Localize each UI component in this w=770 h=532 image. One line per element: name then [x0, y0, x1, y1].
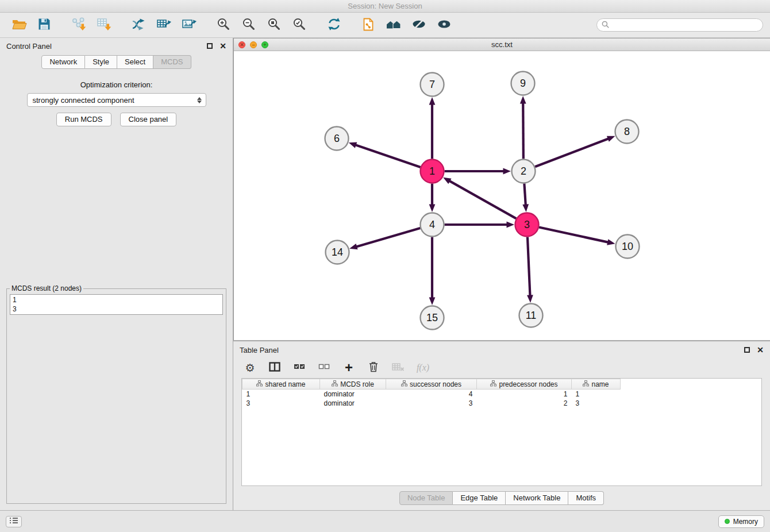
eye-button[interactable]	[432, 15, 456, 36]
memory-button[interactable]: Memory	[718, 515, 764, 528]
graph-node-2[interactable]: 2	[512, 160, 536, 183]
tab-style[interactable]: Style	[85, 55, 117, 69]
graph-node-6[interactable]: 6	[325, 127, 349, 151]
import-table-icon	[97, 17, 112, 33]
graph-edge-1-7[interactable]	[429, 97, 436, 159]
table-cell[interactable]: 3	[572, 399, 621, 408]
column-header-MCDS-role[interactable]: MCDS role	[320, 379, 386, 390]
export-table-button[interactable]	[152, 15, 176, 36]
column-header-successor-nodes[interactable]: successor nodes	[386, 379, 477, 390]
graph-edge-4-15[interactable]	[429, 237, 436, 306]
float-panel-icon[interactable]	[744, 347, 750, 353]
table-cell[interactable]: dominator	[320, 390, 386, 399]
delete-table-button[interactable]	[391, 360, 406, 375]
table-cell[interactable]: 1	[242, 390, 320, 399]
eye-slash-button[interactable]	[407, 15, 431, 36]
table-row[interactable]: 3dominator323	[242, 399, 621, 408]
table-tab-motifs[interactable]: Motifs	[568, 491, 604, 505]
table-cell[interactable]: 1	[477, 390, 572, 399]
graph-edge-3-10[interactable]	[539, 228, 615, 245]
table-cell[interactable]: 3	[242, 399, 320, 408]
graph-node-8[interactable]: 8	[615, 120, 639, 144]
table-row[interactable]: 1dominator411	[242, 390, 621, 399]
gear-icon: ⚙	[245, 363, 255, 373]
save-disk-icon	[37, 17, 51, 33]
zoom-out-button[interactable]	[237, 15, 261, 36]
graph-node-3[interactable]: 3	[515, 213, 539, 237]
graph-node-11[interactable]: 11	[519, 304, 543, 327]
column-type-icon	[583, 380, 589, 388]
refresh-layout-button[interactable]	[322, 15, 346, 36]
graph-edge-4-14[interactable]	[349, 228, 420, 249]
table-cell[interactable]: 1	[572, 390, 621, 399]
criterion-select[interactable]: strongly connected component	[27, 93, 206, 107]
homes-button[interactable]	[382, 15, 406, 36]
table-tab-network-table[interactable]: Network Table	[506, 491, 568, 505]
task-history-button[interactable]	[6, 516, 22, 527]
delete-column-button[interactable]	[366, 360, 381, 375]
network-canvas[interactable]: 7968124314101511	[234, 51, 770, 340]
branch-arrows-icon	[131, 17, 146, 33]
float-panel-icon[interactable]	[207, 43, 213, 49]
graph-node-7[interactable]: 7	[421, 73, 444, 97]
graph-edge-1-6[interactable]	[349, 142, 421, 167]
close-panel-button[interactable]: Close panel	[120, 113, 177, 126]
close-panel-icon[interactable]: ✕	[220, 42, 226, 50]
graph-edge-2-8[interactable]	[535, 136, 615, 167]
column-header-name[interactable]: name	[572, 379, 621, 390]
graph-edge-3-1[interactable]	[443, 178, 516, 219]
search-input[interactable]	[612, 21, 758, 29]
table-cell[interactable]: 4	[386, 390, 477, 399]
control-panel-title: Control Panel	[6, 42, 52, 51]
graph-node-9[interactable]: 9	[511, 72, 535, 95]
add-column-button[interactable]: +	[341, 360, 356, 375]
graph-node-4[interactable]: 4	[421, 213, 444, 237]
app-window: Session: New Session	[0, 0, 770, 532]
table-tab-edge-table[interactable]: Edge Table	[453, 491, 506, 505]
column-label: name	[591, 380, 609, 388]
graph-node-14[interactable]: 14	[326, 241, 349, 264]
zoom-selected-button[interactable]	[287, 15, 311, 36]
network-view-titlebar: ✕ – + scc.txt	[234, 38, 770, 51]
table-cell[interactable]: dominator	[320, 399, 386, 408]
graph-node-1[interactable]: 1	[421, 160, 444, 183]
mcds-result-box[interactable]: 13	[10, 294, 223, 315]
graph-node-label: 10	[622, 241, 633, 252]
toolbar-separator	[57, 17, 66, 34]
import-network-button[interactable]	[67, 15, 91, 36]
column-header-shared-name[interactable]: shared name	[242, 379, 320, 390]
tab-network[interactable]: Network	[41, 55, 85, 69]
graph-edge-1-4[interactable]	[429, 184, 436, 213]
main-toolbar	[0, 13, 770, 38]
share-network-button[interactable]	[126, 15, 151, 36]
export-image-button[interactable]	[177, 15, 201, 36]
deselect-all-button[interactable]	[317, 360, 332, 375]
graph-edge-3-11[interactable]	[527, 237, 533, 303]
run-mcds-button[interactable]: Run MCDS	[56, 113, 111, 126]
select-all-button[interactable]	[292, 360, 307, 375]
graph-node-label: 7	[429, 79, 435, 90]
graph-edge-2-3[interactable]	[522, 183, 529, 212]
graph-edge-1-2[interactable]	[445, 168, 511, 175]
column-layout-button[interactable]	[267, 360, 282, 375]
document-network-button[interactable]	[356, 15, 380, 36]
zoom-in-button[interactable]	[211, 15, 236, 36]
function-builder-button[interactable]: f(x)	[415, 360, 430, 375]
zoom-fit-button[interactable]	[262, 15, 286, 36]
table-settings-button[interactable]: ⚙	[242, 360, 257, 375]
table-tab-node-table[interactable]: Node Table	[399, 491, 453, 505]
save-session-button[interactable]	[32, 15, 56, 36]
graph-node-15[interactable]: 15	[421, 306, 444, 330]
column-header-predecessor-nodes[interactable]: predecessor nodes	[477, 379, 572, 390]
open-session-button[interactable]	[7, 15, 31, 36]
import-table-button[interactable]	[92, 15, 116, 36]
close-panel-icon[interactable]: ✕	[757, 346, 764, 354]
table-cell[interactable]: 3	[386, 399, 477, 408]
graph-edge-4-3[interactable]	[445, 222, 515, 228]
table-cell[interactable]: 2	[477, 399, 572, 408]
tab-select[interactable]: Select	[117, 55, 153, 69]
graph-edge-2-9[interactable]	[520, 96, 526, 159]
graph-node-10[interactable]: 10	[616, 235, 640, 259]
network-graph[interactable]: 7968124314101511	[234, 51, 769, 340]
tab-mcds[interactable]: MCDS	[153, 55, 191, 69]
